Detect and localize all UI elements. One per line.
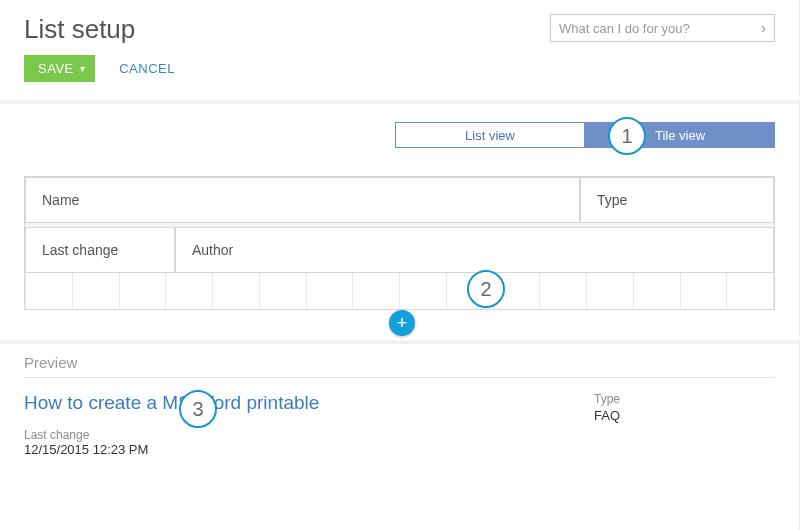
column-name[interactable]: Name bbox=[25, 177, 580, 223]
grid-ruler bbox=[25, 273, 774, 309]
preview-item-title[interactable]: How to create a MS Word printable bbox=[24, 392, 594, 414]
column-last-change[interactable]: Last change bbox=[25, 227, 175, 273]
cancel-link[interactable]: CANCEL bbox=[119, 61, 175, 76]
tab-list-view[interactable]: List view bbox=[395, 122, 585, 148]
page-title: List setup bbox=[24, 14, 135, 45]
view-tabs: List view Tile view bbox=[24, 104, 775, 148]
callout-1: 1 bbox=[608, 117, 646, 155]
callout-2: 2 bbox=[467, 270, 505, 308]
column-type[interactable]: Type bbox=[580, 177, 774, 223]
columns-config: Name Type Last change Author bbox=[24, 176, 775, 310]
callout-3: 3 bbox=[179, 390, 217, 428]
preview-heading: Preview bbox=[24, 354, 775, 377]
search-placeholder: What can I do for you? bbox=[559, 21, 761, 36]
preview-last-change-value: 12/15/2015 12:23 PM bbox=[24, 442, 594, 457]
save-button-label: SAVE bbox=[38, 61, 74, 76]
plus-icon: + bbox=[397, 314, 408, 332]
preview-section: Preview How to create a MS Word printabl… bbox=[0, 344, 799, 457]
preview-type-value: FAQ bbox=[594, 408, 620, 423]
save-button[interactable]: SAVE ▾ bbox=[24, 55, 95, 82]
preview-type-label: Type bbox=[594, 392, 620, 406]
column-author[interactable]: Author bbox=[175, 227, 774, 273]
add-column-button[interactable]: + bbox=[389, 310, 415, 336]
preview-last-change-label: Last change bbox=[24, 428, 594, 442]
caret-down-icon: ▾ bbox=[80, 63, 86, 74]
search-input[interactable]: What can I do for you? › bbox=[550, 14, 775, 42]
chevron-right-icon: › bbox=[761, 20, 766, 36]
